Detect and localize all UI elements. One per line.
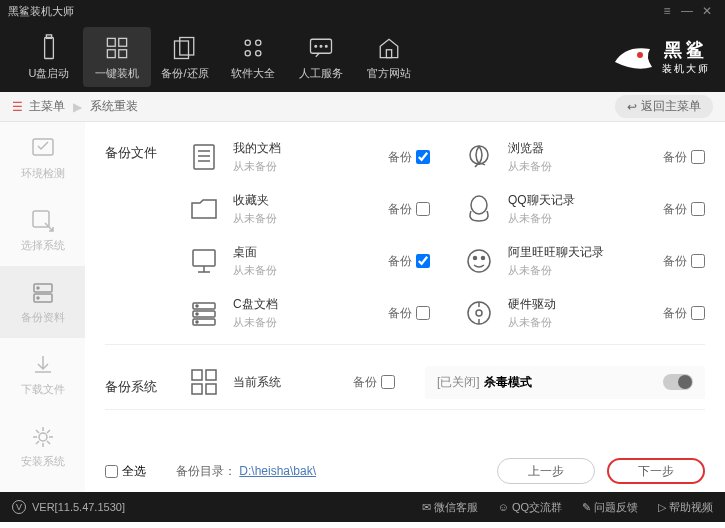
item-action[interactable]: 备份 [388,149,430,166]
sidebar-item-label: 环境检测 [21,166,65,181]
nav-label: 官方网站 [367,66,411,81]
sidebar-item-env-check[interactable]: 环境检测 [0,122,85,194]
qq-icon: ☺ [498,501,509,513]
item-action[interactable]: 备份 [388,305,430,322]
item-status: 从未备份 [508,263,663,278]
nav-software[interactable]: 软件大全 [219,27,287,87]
svg-rect-31 [193,250,215,266]
status-help-video[interactable]: ▷帮助视频 [658,500,713,515]
item-checkbox[interactable] [416,202,430,216]
item-icon [460,138,498,176]
item-action[interactable]: 备份 [388,253,430,270]
item-status: 从未备份 [233,263,388,278]
system-backup-action[interactable]: 备份 [353,374,395,391]
backup-item: 桌面从未备份备份 [185,238,430,284]
nav-usb-boot[interactable]: U盘启动 [15,27,83,87]
item-action[interactable]: 备份 [663,253,705,270]
item-name: 收藏夹 [233,192,388,209]
item-status: 从未备份 [508,159,663,174]
chevron-right-icon: ▶ [73,100,82,114]
sidebar-item-select-system[interactable]: 选择系统 [0,194,85,266]
action-label: 备份 [388,305,412,322]
select-all[interactable]: 全选 [105,463,146,480]
video-icon: ▷ [658,501,666,514]
svg-point-30 [471,196,487,214]
backup-item: 我的文档从未备份备份 [185,134,430,180]
system-backup-checkbox[interactable] [381,375,395,389]
svg-point-35 [474,257,477,260]
action-label: 备份 [663,253,687,270]
sidebar-item-download[interactable]: 下载文件 [0,338,85,410]
item-checkbox[interactable] [416,306,430,320]
next-button[interactable]: 下一步 [607,458,705,484]
svg-rect-0 [45,37,54,58]
svg-point-34 [468,250,490,272]
action-label: 备份 [663,149,687,166]
nav-support[interactable]: 人工服务 [287,27,355,87]
svg-rect-47 [192,384,202,394]
svg-point-29 [470,146,488,164]
divider [105,409,705,410]
backup-item: 阿里旺旺聊天记录从未备份备份 [460,238,705,284]
window-title: 黑鲨装机大师 [8,4,657,19]
breadcrumb-root[interactable]: 主菜单 [29,98,65,115]
status-qq-group[interactable]: ☺QQ交流群 [498,500,562,515]
section-system-label: 备份系统 [105,368,185,396]
sidebar-item-label: 安装系统 [21,454,65,469]
svg-point-8 [245,40,250,45]
nav-backup-restore[interactable]: 备份/还原 [151,27,219,87]
svg-rect-48 [206,384,216,394]
action-label: 备份 [353,374,377,391]
item-checkbox[interactable] [416,150,430,164]
status-feedback[interactable]: ✎问题反馈 [582,500,638,515]
svg-point-15 [325,45,327,47]
item-checkbox[interactable] [691,306,705,320]
item-action[interactable]: 备份 [663,201,705,218]
svg-point-13 [315,45,317,47]
backup-dir-link[interactable]: D:\heisha\bak\ [239,464,316,478]
prev-button[interactable]: 上一步 [497,458,595,484]
nav-one-click-install[interactable]: 一键装机 [83,27,151,87]
svg-point-23 [37,297,39,299]
titlebar: 黑鲨装机大师 ≡ — ✕ [0,0,725,22]
svg-rect-7 [180,37,194,55]
top-nav: U盘启动 一键装机 备份/还原 软件大全 人工服务 官方网站 黑鲨 装机大师 [0,22,725,92]
minimize-icon[interactable]: — [677,4,697,18]
back-to-main-button[interactable]: ↩ 返回主菜单 [615,95,713,118]
svg-rect-45 [192,370,202,380]
brand: 黑鲨 装机大师 [610,37,710,77]
nav-website[interactable]: 官方网站 [355,27,423,87]
feedback-icon: ✎ [582,501,591,514]
sidebar-item-backup-data[interactable]: 备份资料 [0,266,85,338]
action-label: 备份 [663,305,687,322]
svg-rect-25 [194,145,214,169]
item-action[interactable]: 备份 [663,149,705,166]
kill-mode-label: 杀毒模式 [484,374,532,391]
dir-label: 备份目录： [176,464,236,478]
sidebar-item-install[interactable]: 安装系统 [0,410,85,482]
svg-point-22 [37,287,39,289]
select-all-checkbox[interactable] [105,465,118,478]
system-item-name: 当前系统 [233,374,353,391]
sidebar-item-label: 备份资料 [21,310,65,325]
nav-label: 备份/还原 [161,66,208,81]
status-wechat[interactable]: ✉微信客服 [422,500,478,515]
item-icon [460,294,498,332]
menu-icon[interactable]: ≡ [657,4,677,18]
item-checkbox[interactable] [691,202,705,216]
item-name: 浏览器 [508,140,663,157]
item-name: 我的文档 [233,140,388,157]
item-checkbox[interactable] [691,150,705,164]
item-status: 从未备份 [233,315,388,330]
item-icon [185,294,223,332]
kill-mode-toggle[interactable] [663,374,693,390]
close-icon[interactable]: ✕ [697,4,717,18]
item-name: 阿里旺旺聊天记录 [508,244,663,261]
item-name: QQ聊天记录 [508,192,663,209]
item-action[interactable]: 备份 [388,201,430,218]
section-files-label: 备份文件 [105,134,185,162]
item-checkbox[interactable] [416,254,430,268]
item-status: 从未备份 [233,159,388,174]
item-action[interactable]: 备份 [663,305,705,322]
item-checkbox[interactable] [691,254,705,268]
